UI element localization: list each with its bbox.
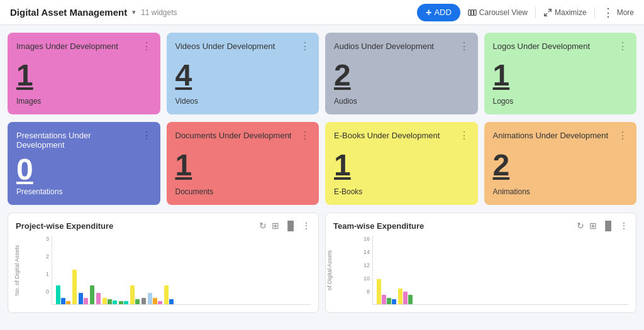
team-chart-title: Team-wise Expenditure <box>333 221 424 231</box>
project-chart-title: Project-wise Expenditure <box>16 221 113 231</box>
app-header: Digital Asset Management ▾ 11 widgets + … <box>0 0 644 25</box>
carousel-view-button[interactable]: Carousel View <box>468 8 528 17</box>
table-icon[interactable]: ⊞ <box>272 221 279 231</box>
bar-segment <box>148 293 152 304</box>
bar-segment <box>153 298 157 304</box>
bar-segment <box>158 301 162 304</box>
bar-group <box>72 270 77 304</box>
team-chart-inner: 16 14 12 10 8 <box>364 236 628 305</box>
team-chart-actions: ↻ ⊞ ▐▌ ⋮ <box>577 221 628 231</box>
carousel-label: Carousel View <box>479 8 528 17</box>
bar-segment <box>72 270 77 304</box>
card-menu-videos[interactable]: ⋮ <box>300 41 310 52</box>
carousel-icon <box>468 8 477 17</box>
card-number-presentations: 0 <box>16 155 152 185</box>
bar-segment <box>108 299 112 304</box>
header-left: Digital Asset Management ▾ 11 widgets <box>10 7 177 18</box>
more-button[interactable]: ⋮ More <box>602 6 634 19</box>
maximize-label: Maximize <box>555 8 587 17</box>
svg-rect-2 <box>474 9 476 15</box>
title-dropdown-icon[interactable]: ▾ <box>132 8 136 16</box>
bar-segment <box>66 301 70 304</box>
team-y-axis: 16 14 12 10 8 <box>364 236 372 305</box>
header-right: + ADD Carousel View Maximize ⋮ More <box>417 4 634 21</box>
maximize-button[interactable]: Maximize <box>543 8 587 17</box>
bar-group <box>103 298 117 304</box>
main-content: Images Under Development ⋮ 1 Images Vide… <box>0 25 644 321</box>
bar-segment <box>103 298 107 304</box>
card-header-documents: Documents Under Development ⋮ <box>175 131 311 141</box>
bar-group <box>148 293 162 304</box>
card-title-ebooks: E-Books Under Development <box>334 131 440 140</box>
refresh-icon[interactable]: ↻ <box>259 221 267 231</box>
bar-segment <box>84 298 88 304</box>
svg-rect-0 <box>469 9 471 15</box>
card-menu-animations[interactable]: ⋮ <box>618 131 628 141</box>
refresh-icon-2[interactable]: ↻ <box>577 221 584 231</box>
bar-group <box>90 285 94 304</box>
card-menu-logos[interactable]: ⋮ <box>618 41 628 52</box>
card-header-presentations: Presentations Under Development ⋮ <box>16 131 152 150</box>
project-bars <box>52 236 311 305</box>
bar-segment <box>61 298 65 304</box>
widget-card-videos: Videos Under Development ⋮ 4 Videos <box>167 33 319 114</box>
bar-segment <box>96 293 101 304</box>
bar-segment <box>408 295 413 304</box>
card-menu-documents[interactable]: ⋮ <box>300 131 310 141</box>
bar-segment <box>124 301 128 304</box>
bar-segment <box>130 285 135 304</box>
card-menu-presentations[interactable]: ⋮ <box>142 131 152 141</box>
project-chart-body: No. of Digital Assets 3 2 1 0 <box>16 236 311 305</box>
add-label: ADD <box>434 8 451 17</box>
widget-card-ebooks: E-Books Under Development ⋮ 1 E-Books <box>325 122 478 205</box>
bar-group <box>96 293 101 304</box>
project-y-axis: 3 2 1 0 <box>46 236 52 305</box>
more-icon: ⋮ <box>602 6 614 19</box>
view-icon[interactable]: ▐▌ <box>284 221 297 231</box>
bar-group <box>130 285 140 304</box>
card-menu-audios[interactable]: ⋮ <box>459 41 469 52</box>
bar-segment <box>56 285 60 304</box>
view-icon-2[interactable]: ▐▌ <box>602 221 614 231</box>
card-label-ebooks: E-Books <box>334 187 469 196</box>
bar-segment <box>392 299 396 304</box>
bar-group <box>56 285 70 304</box>
card-title-animations: Animations Under Development <box>493 131 609 140</box>
project-chart-inner: 3 2 1 0 <box>46 236 311 305</box>
bar-segment <box>164 285 169 304</box>
divider <box>535 7 536 18</box>
card-label-images: Images <box>16 97 152 106</box>
card-header-ebooks: E-Books Under Development ⋮ <box>334 131 469 141</box>
bar-segment <box>90 285 94 304</box>
table-icon-2[interactable]: ⊞ <box>589 221 597 231</box>
team-y-label: of Digital Assets <box>326 250 333 290</box>
charts-row: Project-wise Expenditure ↻ ⊞ ▐▌ ⋮ No. of… <box>8 212 636 313</box>
team-chart-body: of Digital Assets 16 14 12 10 8 <box>333 236 628 305</box>
card-number-audios: 2 <box>334 60 469 91</box>
card-menu-ebooks[interactable]: ⋮ <box>459 131 469 141</box>
card-label-audios: Audios <box>334 97 469 106</box>
divider2 <box>594 7 595 18</box>
card-number-animations: 2 <box>493 150 628 180</box>
card-menu-images[interactable]: ⋮ <box>142 41 152 52</box>
cards-row-1: Images Under Development ⋮ 1 Images Vide… <box>8 33 636 114</box>
card-title-documents: Documents Under Development <box>175 131 292 140</box>
maximize-icon <box>543 8 552 17</box>
widget-card-presentations: Presentations Under Development ⋮ 0 Pres… <box>8 122 160 205</box>
team-chart-header: Team-wise Expenditure ↻ ⊞ ▐▌ ⋮ <box>333 221 628 231</box>
card-header-animations: Animations Under Development ⋮ <box>493 131 628 141</box>
card-label-documents: Documents <box>175 187 311 196</box>
more-icon-2[interactable]: ⋮ <box>619 221 628 231</box>
add-button[interactable]: + ADD <box>417 4 460 21</box>
bar-segment <box>387 298 391 304</box>
project-chart-actions: ↻ ⊞ ▐▌ ⋮ <box>259 221 311 231</box>
card-header-images: Images Under Development ⋮ <box>16 41 152 52</box>
bar-segment <box>398 289 402 304</box>
project-expenditure-chart: Project-wise Expenditure ↻ ⊞ ▐▌ ⋮ No. of… <box>8 212 319 313</box>
card-label-animations: Animations <box>493 187 628 196</box>
more-icon[interactable]: ⋮ <box>302 221 311 231</box>
project-y-label: No. of Digital Assets <box>14 245 20 296</box>
bar-segment <box>377 279 381 304</box>
widget-card-documents: Documents Under Development ⋮ 1 Document… <box>167 122 319 205</box>
bar-segment <box>119 301 123 304</box>
